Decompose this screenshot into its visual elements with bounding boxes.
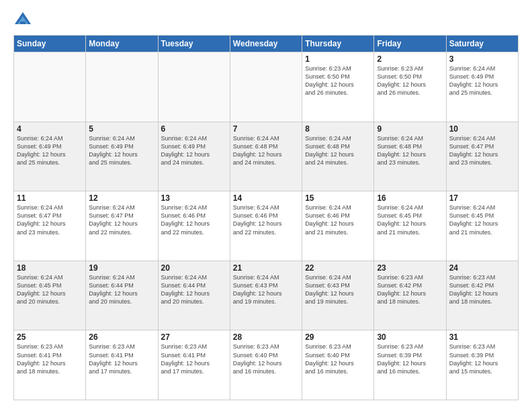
logo	[13, 11, 35, 30]
day-of-week-header: Saturday	[446, 36, 518, 52]
day-number: 28	[233, 332, 299, 342]
day-number: 8	[305, 124, 371, 134]
calendar-day-cell: 16Sunrise: 6:24 AM Sunset: 6:45 PM Dayli…	[374, 191, 446, 261]
day-number: 16	[377, 193, 443, 203]
day-of-week-header: Wednesday	[230, 36, 302, 52]
day-number: 13	[161, 193, 227, 203]
calendar-day-cell: 12Sunrise: 6:24 AM Sunset: 6:47 PM Dayli…	[86, 191, 158, 261]
day-number: 20	[161, 263, 227, 273]
day-number: 31	[449, 332, 515, 342]
day-number: 26	[89, 332, 154, 342]
day-info: Sunrise: 6:23 AM Sunset: 6:42 PM Dayligh…	[449, 273, 515, 306]
calendar-day-cell	[14, 52, 86, 122]
calendar-week-row: 18Sunrise: 6:24 AM Sunset: 6:45 PM Dayli…	[14, 261, 519, 330]
day-info: Sunrise: 6:24 AM Sunset: 6:46 PM Dayligh…	[233, 203, 299, 236]
day-number: 18	[17, 263, 83, 273]
calendar-day-cell: 20Sunrise: 6:24 AM Sunset: 6:44 PM Dayli…	[158, 261, 230, 330]
day-number: 10	[449, 124, 515, 134]
day-info: Sunrise: 6:23 AM Sunset: 6:50 PM Dayligh…	[377, 64, 443, 97]
day-info: Sunrise: 6:24 AM Sunset: 6:48 PM Dayligh…	[305, 134, 371, 167]
day-info: Sunrise: 6:24 AM Sunset: 6:43 PM Dayligh…	[233, 273, 299, 306]
day-info: Sunrise: 6:24 AM Sunset: 6:43 PM Dayligh…	[305, 273, 371, 306]
day-number: 23	[377, 263, 443, 273]
day-number: 4	[17, 124, 83, 134]
day-number: 25	[17, 332, 83, 342]
calendar-day-cell: 6Sunrise: 6:24 AM Sunset: 6:49 PM Daylig…	[158, 122, 230, 191]
calendar-table: SundayMondayTuesdayWednesdayThursdayFrid…	[13, 35, 519, 400]
day-number: 5	[89, 124, 154, 134]
calendar-day-cell: 2Sunrise: 6:23 AM Sunset: 6:50 PM Daylig…	[374, 52, 446, 122]
calendar-day-cell: 19Sunrise: 6:24 AM Sunset: 6:44 PM Dayli…	[86, 261, 158, 330]
day-number: 7	[233, 124, 299, 134]
day-number: 11	[17, 193, 83, 203]
day-number: 15	[305, 193, 371, 203]
day-info: Sunrise: 6:23 AM Sunset: 6:41 PM Dayligh…	[89, 342, 154, 375]
calendar-week-row: 11Sunrise: 6:24 AM Sunset: 6:47 PM Dayli…	[14, 191, 519, 261]
day-info: Sunrise: 6:24 AM Sunset: 6:47 PM Dayligh…	[449, 134, 515, 167]
calendar-day-cell	[158, 52, 230, 122]
logo-icon	[13, 11, 32, 30]
day-number: 21	[233, 263, 299, 273]
day-info: Sunrise: 6:23 AM Sunset: 6:40 PM Dayligh…	[305, 342, 371, 375]
day-info: Sunrise: 6:23 AM Sunset: 6:50 PM Dayligh…	[305, 64, 371, 97]
day-number: 3	[449, 54, 515, 64]
calendar-day-cell: 28Sunrise: 6:23 AM Sunset: 6:40 PM Dayli…	[230, 330, 302, 400]
svg-rect-2	[20, 21, 26, 24]
day-number: 24	[449, 263, 515, 273]
day-info: Sunrise: 6:24 AM Sunset: 6:49 PM Dayligh…	[17, 134, 83, 167]
day-info: Sunrise: 6:24 AM Sunset: 6:49 PM Dayligh…	[89, 134, 154, 167]
day-of-week-header: Tuesday	[158, 36, 230, 52]
calendar-day-cell: 15Sunrise: 6:24 AM Sunset: 6:46 PM Dayli…	[302, 191, 374, 261]
day-info: Sunrise: 6:24 AM Sunset: 6:49 PM Dayligh…	[449, 64, 515, 97]
day-number: 19	[89, 263, 154, 273]
day-info: Sunrise: 6:24 AM Sunset: 6:45 PM Dayligh…	[377, 203, 443, 236]
day-info: Sunrise: 6:23 AM Sunset: 6:42 PM Dayligh…	[377, 273, 443, 306]
day-number: 29	[305, 332, 371, 342]
day-info: Sunrise: 6:23 AM Sunset: 6:39 PM Dayligh…	[377, 342, 443, 375]
days-of-week-row: SundayMondayTuesdayWednesdayThursdayFrid…	[14, 36, 519, 52]
day-info: Sunrise: 6:24 AM Sunset: 6:47 PM Dayligh…	[89, 203, 154, 236]
day-info: Sunrise: 6:24 AM Sunset: 6:46 PM Dayligh…	[161, 203, 227, 236]
calendar-day-cell: 13Sunrise: 6:24 AM Sunset: 6:46 PM Dayli…	[158, 191, 230, 261]
page: SundayMondayTuesdayWednesdayThursdayFrid…	[0, 0, 532, 411]
day-info: Sunrise: 6:24 AM Sunset: 6:48 PM Dayligh…	[233, 134, 299, 167]
calendar-day-cell: 9Sunrise: 6:24 AM Sunset: 6:48 PM Daylig…	[374, 122, 446, 191]
calendar-day-cell: 4Sunrise: 6:24 AM Sunset: 6:49 PM Daylig…	[14, 122, 86, 191]
day-info: Sunrise: 6:23 AM Sunset: 6:41 PM Dayligh…	[161, 342, 227, 375]
day-info: Sunrise: 6:24 AM Sunset: 6:44 PM Dayligh…	[89, 273, 154, 306]
calendar-day-cell: 10Sunrise: 6:24 AM Sunset: 6:47 PM Dayli…	[446, 122, 518, 191]
calendar-day-cell	[86, 52, 158, 122]
day-info: Sunrise: 6:24 AM Sunset: 6:45 PM Dayligh…	[449, 203, 515, 236]
day-number: 22	[305, 263, 371, 273]
calendar-day-cell: 18Sunrise: 6:24 AM Sunset: 6:45 PM Dayli…	[14, 261, 86, 330]
day-info: Sunrise: 6:24 AM Sunset: 6:45 PM Dayligh…	[17, 273, 83, 306]
calendar-day-cell: 23Sunrise: 6:23 AM Sunset: 6:42 PM Dayli…	[374, 261, 446, 330]
day-number: 12	[89, 193, 154, 203]
day-info: Sunrise: 6:24 AM Sunset: 6:48 PM Dayligh…	[377, 134, 443, 167]
day-number: 30	[377, 332, 443, 342]
calendar-day-cell: 22Sunrise: 6:24 AM Sunset: 6:43 PM Dayli…	[302, 261, 374, 330]
day-number: 14	[233, 193, 299, 203]
calendar-day-cell: 27Sunrise: 6:23 AM Sunset: 6:41 PM Dayli…	[158, 330, 230, 400]
header	[13, 11, 519, 30]
day-number: 9	[377, 124, 443, 134]
calendar-day-cell: 17Sunrise: 6:24 AM Sunset: 6:45 PM Dayli…	[446, 191, 518, 261]
calendar-day-cell: 21Sunrise: 6:24 AM Sunset: 6:43 PM Dayli…	[230, 261, 302, 330]
calendar-day-cell: 14Sunrise: 6:24 AM Sunset: 6:46 PM Dayli…	[230, 191, 302, 261]
calendar-day-cell: 11Sunrise: 6:24 AM Sunset: 6:47 PM Dayli…	[14, 191, 86, 261]
calendar-week-row: 25Sunrise: 6:23 AM Sunset: 6:41 PM Dayli…	[14, 330, 519, 400]
day-of-week-header: Friday	[374, 36, 446, 52]
calendar-day-cell: 24Sunrise: 6:23 AM Sunset: 6:42 PM Dayli…	[446, 261, 518, 330]
day-number: 1	[305, 54, 371, 64]
calendar-day-cell: 7Sunrise: 6:24 AM Sunset: 6:48 PM Daylig…	[230, 122, 302, 191]
calendar-day-cell: 31Sunrise: 6:23 AM Sunset: 6:39 PM Dayli…	[446, 330, 518, 400]
calendar-day-cell: 3Sunrise: 6:24 AM Sunset: 6:49 PM Daylig…	[446, 52, 518, 122]
calendar-body: 1Sunrise: 6:23 AM Sunset: 6:50 PM Daylig…	[14, 52, 519, 400]
calendar-day-cell	[230, 52, 302, 122]
calendar-day-cell: 29Sunrise: 6:23 AM Sunset: 6:40 PM Dayli…	[302, 330, 374, 400]
day-info: Sunrise: 6:23 AM Sunset: 6:41 PM Dayligh…	[17, 342, 83, 375]
day-number: 17	[449, 193, 515, 203]
day-info: Sunrise: 6:24 AM Sunset: 6:49 PM Dayligh…	[161, 134, 227, 167]
calendar-week-row: 4Sunrise: 6:24 AM Sunset: 6:49 PM Daylig…	[14, 122, 519, 191]
calendar-day-cell: 30Sunrise: 6:23 AM Sunset: 6:39 PM Dayli…	[374, 330, 446, 400]
